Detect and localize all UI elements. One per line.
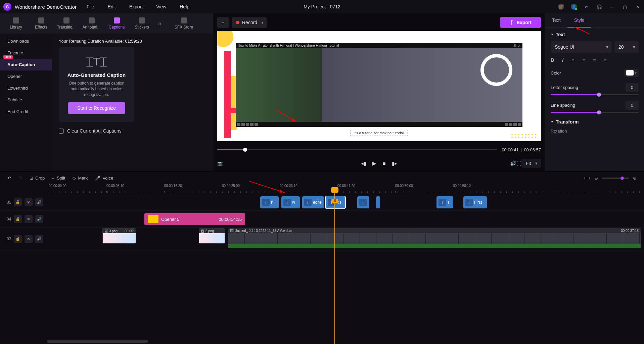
tab-sfx-store[interactable]: SFX Store — [171, 17, 196, 30]
tab-transitions[interactable]: Transitio... — [54, 17, 79, 30]
split-tool[interactable]: ⟗Split — [52, 176, 65, 181]
color-picker[interactable]: ▾ — [624, 69, 639, 77]
sidebar-downloads[interactable]: Downloads — [0, 35, 52, 47]
video-clip[interactable]: 🎞 Untitled_ Jul 13,2022 11_58 AM.webm 00… — [228, 228, 641, 248]
image-clip[interactable]: 🖼6.png — [199, 228, 225, 244]
zoom-in-icon[interactable]: ⊕ — [633, 176, 637, 181]
record-button[interactable]: Record — [232, 17, 267, 28]
tab-stickers[interactable]: Stickers — [129, 17, 154, 30]
menu-help[interactable]: Help — [180, 4, 189, 9]
scrubber-thumb[interactable] — [243, 148, 247, 152]
letter-spacing-value[interactable]: 0 — [626, 83, 639, 92]
align-right-icon[interactable]: ≡ — [593, 57, 596, 63]
lock-track-icon[interactable]: 🔓 — [14, 198, 22, 206]
align-left-icon[interactable]: ≡ — [571, 57, 574, 63]
bold-button[interactable]: B — [551, 57, 554, 63]
fit-timeline-icon[interactable]: ⟷ — [584, 176, 590, 181]
timeline-ruler[interactable]: 00:00:00:00 00:00:08:10 00:00:16:20 00:0… — [47, 184, 644, 194]
caption-clip-active[interactable]: TIt's — [326, 196, 345, 208]
menu-edit[interactable]: Edit — [108, 4, 116, 9]
caption-clip[interactable]: TI' — [260, 196, 279, 208]
align-center-icon[interactable]: ≡ — [582, 57, 585, 63]
visibility-track-icon[interactable]: 👁 — [25, 215, 33, 223]
caption-clip[interactable]: Tedite — [302, 196, 324, 208]
caption-clip[interactable] — [376, 196, 380, 208]
text-section-header[interactable]: ▼Text — [551, 32, 639, 37]
tab-effects[interactable]: Effects — [29, 17, 54, 30]
align-justify-icon[interactable]: ≡ — [604, 57, 607, 63]
caption-clip[interactable]: Tw — [281, 196, 300, 208]
user-icon[interactable]: 👤 — [571, 4, 577, 10]
transform-section-header[interactable]: ▼Transform — [551, 119, 639, 125]
mail-icon[interactable]: ✉ — [584, 4, 590, 10]
export-icon: ⭱ — [509, 20, 514, 25]
visibility-track-icon[interactable]: 👁 — [25, 198, 33, 206]
cart-icon[interactable]: 🛒 — [558, 4, 564, 10]
lock-track-icon[interactable]: 🔓 — [14, 235, 22, 243]
font-family-dropdown[interactable]: Segoe UI — [551, 41, 612, 53]
voice-icon: 🎤 — [95, 176, 100, 181]
caption-clip[interactable]: T — [357, 196, 369, 208]
opener-clip[interactable]: Opener 5 00:00:14:15 — [144, 213, 245, 225]
tab-captions[interactable]: Captions — [104, 17, 129, 30]
tab-annotations[interactable]: Annotati... — [79, 17, 104, 30]
italic-button[interactable]: I — [562, 57, 563, 63]
tab-library[interactable]: Library — [3, 17, 29, 30]
horizontal-scrollbar[interactable] — [47, 340, 148, 343]
caption-clip[interactable]: TT — [436, 196, 453, 208]
menu-file[interactable]: File — [87, 4, 94, 9]
stop-icon[interactable]: ■ — [382, 160, 385, 166]
clear-captions-checkbox[interactable] — [59, 129, 64, 134]
tabs-more-icon[interactable]: » — [158, 20, 161, 27]
zoom-out-icon[interactable]: ⊖ — [594, 176, 598, 181]
mute-track-icon[interactable]: 🔊 — [35, 198, 43, 206]
sidebar-opener[interactable]: Opener — [0, 70, 52, 82]
menu-view[interactable]: View — [156, 4, 166, 9]
preview-canvas[interactable]: How to Make A Tutorial with Filmora! | W… — [217, 31, 541, 141]
home-button[interactable]: ⌂ — [217, 17, 229, 28]
mark-tool[interactable]: ◇Mark — [73, 176, 88, 181]
letter-spacing-slider[interactable] — [551, 94, 639, 95]
line-spacing-value[interactable]: 0 — [626, 101, 639, 110]
snapshot-icon[interactable]: 📷 — [217, 161, 223, 166]
prop-tab-style[interactable]: Style — [567, 13, 591, 28]
play-icon[interactable]: ▶ — [372, 160, 376, 166]
video-title: How to Make A Tutorial with Filmora! | W… — [236, 43, 522, 48]
auto-caption-card: ⌶T⌶ Auto-Generated Caption One button to… — [59, 47, 134, 122]
lock-track-icon[interactable]: 🔓 — [14, 215, 22, 223]
export-button[interactable]: ⭱ Export — [500, 17, 541, 28]
volume-icon[interactable]: 🔊 — [510, 160, 516, 166]
undo-button[interactable]: ↶ — [7, 176, 11, 181]
sidebar-auto-caption[interactable]: Beta Auto-Caption — [0, 59, 52, 70]
maximize-icon[interactable]: ▢ — [622, 4, 628, 10]
next-frame-icon[interactable]: ▮▸ — [392, 160, 397, 166]
mute-track-icon[interactable]: 🔊 — [35, 235, 43, 243]
zoom-slider[interactable] — [602, 178, 629, 179]
sidebar-subtitle[interactable]: Subtitle — [0, 94, 52, 106]
fullscreen-icon[interactable]: ⛶ — [516, 160, 521, 166]
letter-spacing-label: Letter spacing — [551, 85, 578, 90]
crop-tool[interactable]: ⊡Crop — [30, 176, 45, 181]
sidebar-lowerthird[interactable]: Lowerthird — [0, 82, 52, 94]
start-recognize-button[interactable]: Start to Recognize — [68, 102, 125, 114]
visibility-track-icon[interactable]: 👁 — [25, 235, 33, 243]
voice-tool[interactable]: 🎤Voice — [95, 176, 113, 181]
preview-scrubber[interactable] — [217, 149, 497, 150]
sidebar-end-credit[interactable]: End Credit — [0, 106, 52, 117]
caption-text-box[interactable]: It's a tutorial for making tutorial. — [351, 130, 408, 136]
project-name: My Project - 0712 — [304, 4, 340, 9]
image-clip[interactable]: 🖼3.png00:00: — [102, 228, 136, 244]
line-spacing-slider[interactable] — [551, 112, 639, 113]
fit-dropdown[interactable]: Fit — [521, 159, 541, 168]
prop-tab-text[interactable]: Text — [545, 13, 567, 28]
font-size-dropdown[interactable]: 20 — [614, 41, 639, 53]
support-icon[interactable]: 🎧 — [596, 4, 602, 10]
caption-card-desc: One button to generate caption automatic… — [65, 81, 128, 97]
menu-export[interactable]: Export — [129, 4, 143, 9]
caption-clip[interactable]: TFirst — [463, 196, 487, 208]
close-icon[interactable]: ✕ — [635, 4, 641, 10]
redo-button[interactable]: ↷ — [18, 176, 22, 181]
minimize-icon[interactable]: — — [609, 4, 615, 10]
mute-track-icon[interactable]: 🔊 — [35, 215, 43, 223]
prev-frame-icon[interactable]: ◂▮ — [361, 160, 366, 166]
